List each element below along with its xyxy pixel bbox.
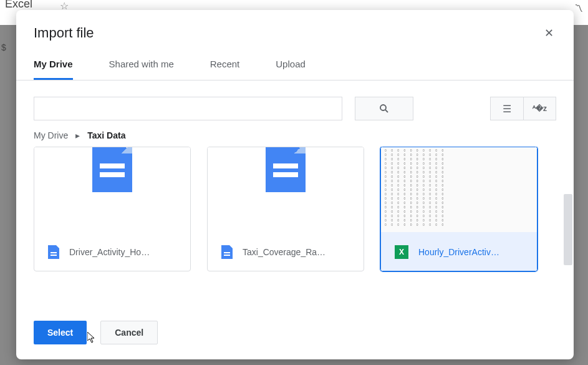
select-button[interactable]: Select: [34, 321, 87, 344]
chevron-right-icon: ▸: [75, 130, 80, 140]
search-input[interactable]: [34, 97, 342, 120]
trend-icon: 〽: [574, 3, 583, 13]
svg-point-0: [380, 105, 386, 110]
breadcrumb-root[interactable]: My Drive: [34, 130, 68, 140]
search-button[interactable]: [355, 97, 413, 120]
document-small-icon: [48, 245, 59, 259]
close-icon[interactable]: ✕: [542, 24, 556, 42]
sort-az-icon: ᴬ�z: [533, 104, 547, 113]
file-card[interactable]: Driver_Activity_Ho…: [34, 147, 191, 271]
file-name: Driver_Activity_Ho…: [69, 247, 150, 257]
import-file-dialog: Import file ✕ My Drive Shared with me Re…: [16, 10, 574, 359]
scrollbar-thumb[interactable]: [564, 194, 572, 265]
list-view-button[interactable]: ☰: [491, 97, 523, 120]
file-card[interactable]: Taxi_Coverage_Ra…: [207, 147, 364, 271]
breadcrumb: My Drive ▸ Taxi Data: [16, 129, 574, 147]
tab-shared-with-me[interactable]: Shared with me: [109, 52, 174, 80]
sort-button[interactable]: ᴬ�z: [523, 97, 556, 120]
document-icon: [266, 147, 306, 192]
background-doc-title: Excel: [5, 0, 32, 11]
svg-line-1: [385, 110, 388, 112]
file-card[interactable]: 0 0 0 0 0 0 0 0 0 00 0 0 0 0 0 0 0 0 00 …: [380, 147, 537, 271]
list-icon: ☰: [503, 103, 511, 115]
file-name: Hourly_DriverActiv…: [418, 247, 499, 257]
file-name: Taxi_Coverage_Ra…: [243, 247, 325, 257]
breadcrumb-current: Taxi Data: [87, 130, 125, 140]
spreadsheet-thumbnail: 0 0 0 0 0 0 0 0 0 00 0 0 0 0 0 0 0 0 00 …: [381, 147, 537, 232]
tab-bar: My Drive Shared with me Recent Upload: [16, 52, 574, 80]
tab-my-drive[interactable]: My Drive: [34, 52, 73, 80]
search-icon: [378, 103, 390, 114]
cancel-button[interactable]: Cancel: [100, 321, 158, 344]
tab-recent[interactable]: Recent: [210, 52, 240, 80]
excel-icon: X: [395, 245, 408, 259]
dialog-title: Import file: [34, 25, 94, 41]
currency-indicator: $: [1, 42, 6, 52]
document-small-icon: [221, 245, 233, 259]
tab-upload[interactable]: Upload: [276, 52, 306, 80]
document-icon: [92, 147, 132, 192]
